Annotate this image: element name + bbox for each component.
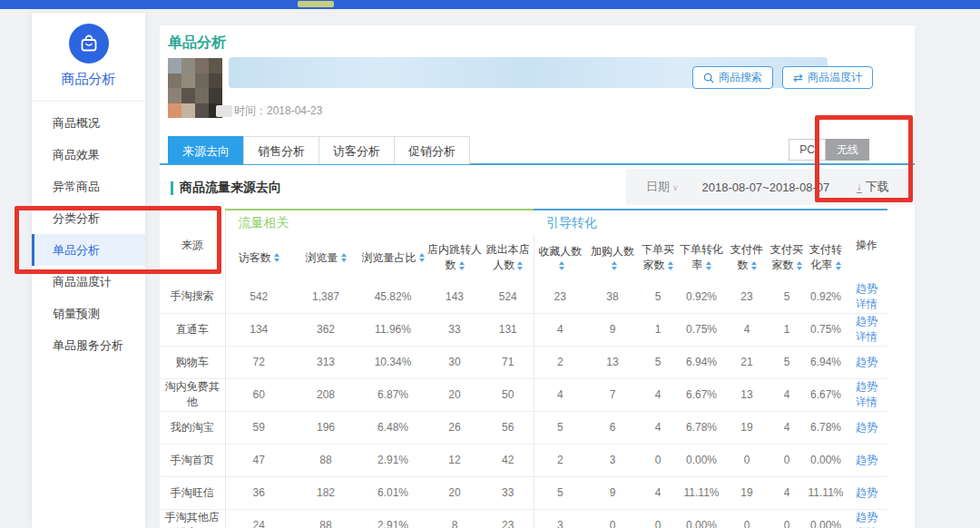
value-cell: 42: [483, 444, 534, 476]
source-cell: 直通车: [160, 313, 225, 346]
date-dropdown[interactable]: 日期∨: [646, 179, 679, 195]
sidebar-item[interactable]: 异常商品: [32, 171, 145, 202]
section-band: 商品流量来源去向 日期∨ 2018-08-07~2018-08-07 ↓ 下载: [160, 169, 915, 205]
column-header[interactable]: 跳出本店人数: [483, 235, 534, 280]
trend-link[interactable]: 趋势: [856, 454, 877, 466]
value-cell: 5: [768, 280, 806, 313]
column-header[interactable]: 浏览量占比: [359, 235, 426, 280]
sort-icon[interactable]: [419, 253, 425, 262]
sort-icon[interactable]: [274, 253, 279, 262]
detail-link[interactable]: 详情: [856, 298, 877, 310]
sort-icon[interactable]: [517, 261, 523, 270]
detail-link[interactable]: 详情: [856, 396, 877, 408]
value-cell: 6.48%: [359, 411, 426, 444]
table-row: 购物车7231310.34%307121356.94%2156.94%趋势: [160, 346, 887, 378]
sort-icon[interactable]: [559, 261, 564, 270]
sort-icon[interactable]: [459, 261, 465, 270]
value-cell: 131: [483, 313, 534, 346]
sidebar-item[interactable]: 商品概况: [32, 107, 145, 139]
trend-link[interactable]: 趋势: [856, 380, 877, 393]
value-cell: 11.11%: [806, 476, 846, 509]
annotation-box-sidebar-item: [15, 206, 221, 274]
value-cell: 0: [768, 444, 806, 476]
group-header-traffic: 流量相关: [225, 210, 534, 235]
source-cell: 手淘其他店铺商品: [160, 509, 225, 528]
value-cell: 24: [225, 509, 292, 528]
main-content: 单品分析 时间：2018-04-23 商品搜索 ⇄ 商品温度计 来源去向销售分: [160, 25, 915, 528]
value-cell: 8: [426, 509, 483, 528]
table-row: 直通车13436211.96%331314910.75%410.75%趋势详情: [160, 313, 887, 346]
column-header[interactable]: 支付件数: [726, 235, 768, 280]
value-cell: 71: [483, 346, 534, 378]
column-header[interactable]: 收藏人数: [534, 235, 586, 280]
product-thermometer-button[interactable]: ⇄ 商品温度计: [782, 66, 873, 89]
action-cell: 趋势详情: [846, 313, 887, 346]
value-cell: 11.11%: [677, 476, 726, 509]
table-subheader-row: 访客数浏览量浏览量占比店内跳转人数跳出本店人数收藏人数加购人数下单买家数下单转化…: [160, 235, 887, 280]
value-cell: 19: [726, 411, 768, 444]
sidebar-item[interactable]: 商品效果: [32, 139, 145, 171]
value-cell: 6.67%: [677, 378, 726, 411]
column-header[interactable]: 支付转化率: [806, 235, 846, 280]
value-cell: 4: [534, 313, 586, 346]
value-cell: 362: [292, 313, 359, 346]
sort-icon[interactable]: [751, 261, 757, 270]
table-row: 手淘搜索5421,38745.82%143524233850.92%2350.9…: [160, 280, 887, 313]
tab[interactable]: 访客分析: [318, 136, 395, 164]
sort-icon[interactable]: [706, 261, 711, 270]
table-body: 手淘搜索5421,38745.82%143524233850.92%2350.9…: [160, 280, 887, 528]
column-header[interactable]: 浏览量: [292, 235, 359, 280]
traffic-source-table: 来源 流量相关 引导转化 操作 访客数浏览量浏览量占比店内跳转人数跳出本店人数收…: [160, 209, 887, 528]
value-cell: 47: [225, 444, 292, 476]
value-cell: 0.92%: [806, 280, 846, 313]
tab[interactable]: 销售分析: [243, 136, 319, 164]
date-range-value[interactable]: 2018-08-07~2018-08-07: [702, 181, 830, 194]
sort-icon[interactable]: [668, 261, 673, 270]
sort-icon[interactable]: [341, 253, 347, 262]
value-cell: 313: [292, 346, 359, 378]
trend-link[interactable]: 趋势: [856, 282, 877, 295]
trend-link[interactable]: 趋势: [856, 421, 877, 434]
column-header[interactable]: 访客数: [225, 235, 292, 280]
table-row: 手淘旺信361826.01%203359411.11%19411.11%趋势: [160, 476, 887, 509]
column-header[interactable]: 支付买家数: [768, 235, 806, 280]
trend-link[interactable]: 趋势: [856, 511, 877, 523]
value-cell: 4: [639, 378, 677, 411]
value-cell: 6.67%: [806, 378, 846, 411]
detail-link[interactable]: 详情: [856, 330, 877, 343]
value-cell: 0: [639, 509, 677, 528]
sort-icon[interactable]: [797, 261, 802, 270]
search-icon: [703, 73, 714, 83]
tab[interactable]: 促销分析: [394, 136, 470, 164]
sidebar-item[interactable]: 单品服务分析: [32, 329, 145, 361]
trend-link[interactable]: 趋势: [856, 356, 877, 368]
value-cell: 23: [534, 280, 586, 313]
trend-link[interactable]: 趋势: [856, 315, 877, 328]
column-header[interactable]: 下单转化率: [677, 235, 726, 280]
trend-link[interactable]: 趋势: [856, 486, 877, 499]
table-row: 淘内免费其他602086.87%20504746.67%1346.67%趋势详情: [160, 378, 887, 411]
product-search-button[interactable]: 商品搜索: [692, 66, 773, 89]
value-cell: 0: [726, 444, 768, 476]
action-cell: 趋势详情: [846, 509, 887, 528]
sort-icon[interactable]: [612, 261, 617, 270]
value-cell: 88: [292, 444, 359, 476]
column-header[interactable]: 下单买家数: [639, 235, 677, 280]
value-cell: 4: [639, 476, 677, 509]
value-cell: 50: [483, 378, 534, 411]
value-cell: 21: [726, 346, 768, 378]
column-header[interactable]: 加购人数: [586, 235, 639, 280]
page: 商品分析 商品概况商品效果异常商品分类分析单品分析商品温度计销量预测单品服务分析…: [0, 0, 980, 528]
column-header[interactable]: 店内跳转人数: [426, 235, 483, 280]
table-row: 手淘其他店铺商品24882.91%8233000.00%000.00%趋势详情: [160, 509, 887, 528]
value-cell: 36: [225, 476, 292, 509]
value-cell: 38: [586, 280, 639, 313]
source-cell: 购物车: [160, 346, 225, 378]
source-cell: 淘内免费其他: [160, 378, 225, 411]
sort-icon[interactable]: [836, 261, 841, 270]
value-cell: 4: [768, 411, 806, 444]
browser-top-bar: [0, 0, 980, 9]
tab[interactable]: 来源去向: [168, 136, 244, 164]
section-title-block: 商品流量来源去向: [171, 180, 281, 196]
sidebar-item[interactable]: 销量预测: [32, 298, 145, 329]
